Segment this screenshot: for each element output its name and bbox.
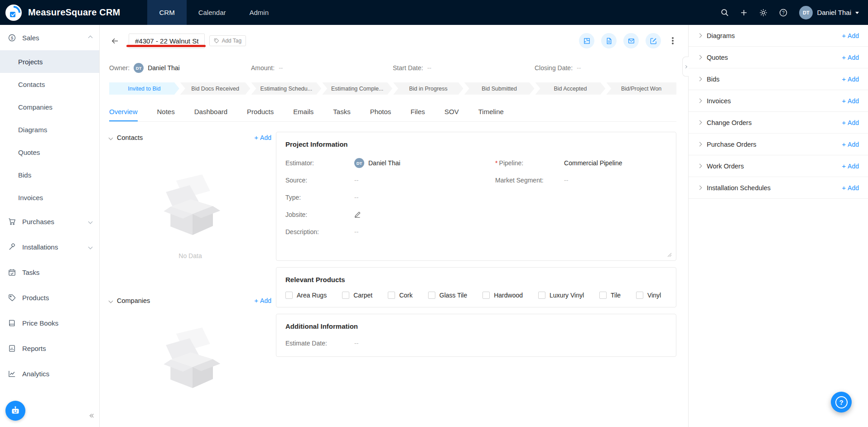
sidebar-item-quotes[interactable]: Quotes (0, 141, 99, 163)
collapse-panel-handle[interactable] (682, 57, 689, 77)
amount-value[interactable]: -- (279, 64, 283, 72)
checkbox-carpet[interactable]: Carpet (342, 292, 372, 299)
sidebar-item-installations[interactable]: Installations (0, 234, 99, 259)
chevron-right-icon[interactable] (698, 99, 702, 103)
sidebar-item-bids[interactable]: Bids (0, 163, 99, 186)
checkbox-tile[interactable]: Tile (599, 292, 621, 299)
source-value[interactable]: -- (354, 177, 358, 184)
tab-files[interactable]: Files (410, 103, 425, 121)
tab-tasks[interactable]: Tasks (333, 103, 350, 121)
tab-overview[interactable]: Overview (109, 103, 138, 121)
checkbox-cork[interactable]: Cork (388, 292, 413, 299)
closing-date-value[interactable]: -- (577, 64, 581, 72)
nav-item-crm[interactable]: CRM (147, 0, 186, 25)
sidebar-item-sales[interactable]: $ Sales (0, 25, 99, 50)
sidebar-item-companies[interactable]: Companies (0, 96, 99, 118)
email-button[interactable] (623, 33, 639, 48)
chevron-right-icon[interactable] (698, 55, 702, 60)
estimator-value[interactable]: Daniel Thai (368, 159, 400, 167)
checkbox-hardwood[interactable]: Hardwood (482, 292, 523, 299)
add-diagram-button[interactable]: Add (842, 32, 859, 39)
add-installation-schedule-button[interactable]: Add (842, 184, 859, 192)
help-icon[interactable]: ? (779, 9, 787, 17)
sidebar-item-products[interactable]: Products (0, 285, 99, 310)
gear-icon[interactable] (759, 9, 767, 17)
start-date-value[interactable]: -- (427, 64, 431, 72)
add-contact-button[interactable]: Add (254, 134, 271, 141)
market-segment-value[interactable]: -- (564, 177, 568, 184)
floorplan-button[interactable] (579, 33, 594, 48)
help-fab-button[interactable] (831, 392, 852, 413)
related-section-purchase-orders[interactable]: Purchase Orders Add (689, 134, 868, 155)
chevron-right-icon[interactable] (698, 164, 702, 168)
add-tag-button[interactable]: Add Tag (209, 35, 246, 46)
checkbox-area-rugs[interactable]: Area Rugs (285, 292, 327, 299)
checkbox[interactable] (599, 292, 607, 299)
checkbox[interactable] (285, 292, 293, 299)
pipeline-stage-bid-accepted[interactable]: Bid Accepted (535, 82, 606, 95)
tab-notes[interactable]: Notes (157, 103, 175, 121)
collapse-sidebar-button[interactable] (90, 414, 95, 417)
sidebar-item-purchases[interactable]: Purchases (0, 209, 99, 234)
user-menu[interactable]: DT Daniel Thai (799, 6, 859, 19)
sidebar-item-tasks[interactable]: Tasks (0, 259, 99, 285)
add-company-button[interactable]: Add (254, 297, 271, 304)
pipeline-stage-invited-to-bid[interactable]: Invited to Bid (109, 82, 179, 95)
sidebar-item-diagrams[interactable]: Diagrams (0, 118, 99, 141)
type-value[interactable]: -- (354, 194, 358, 201)
tab-dashboard[interactable]: Dashboard (194, 103, 227, 121)
add-purchase-order-button[interactable]: Add (842, 141, 859, 148)
search-icon[interactable] (721, 9, 728, 16)
checkbox-luxury-vinyl[interactable]: Luxury Vinyl (538, 292, 584, 299)
tab-sov[interactable]: SOV (444, 103, 459, 121)
tab-photos[interactable]: Photos (370, 103, 391, 121)
checkbox[interactable] (428, 292, 435, 299)
quick-add-icon[interactable] (740, 9, 747, 16)
sidebar-item-reports[interactable]: Reports (0, 336, 99, 361)
tab-products[interactable]: Products (247, 103, 274, 121)
nav-item-calendar[interactable]: Calendar (187, 0, 238, 25)
sidebar-item-price-books[interactable]: Price Books (0, 310, 99, 336)
related-section-invoices[interactable]: Invoices Add (689, 90, 868, 112)
pipeline-stage-bid-project-won[interactable]: Bid/Project Won (606, 82, 676, 95)
chevron-down-icon[interactable] (109, 135, 113, 140)
checkbox[interactable] (636, 292, 643, 299)
add-quote-button[interactable]: Add (842, 54, 859, 61)
nav-item-admin[interactable]: Admin (238, 0, 281, 25)
related-section-bids[interactable]: Bids Add (689, 68, 868, 90)
chevron-right-icon[interactable] (698, 120, 702, 125)
add-change-order-button[interactable]: Add (842, 119, 859, 126)
chevron-right-icon[interactable] (698, 142, 702, 147)
community-button[interactable] (5, 401, 25, 421)
checkbox[interactable] (388, 292, 395, 299)
pipeline-stage-bid-submitted[interactable]: Bid Submitted (464, 82, 535, 95)
tab-timeline[interactable]: Timeline (478, 103, 504, 121)
pipeline-stage-estimating-scheduled[interactable]: Estimating Schedu... (251, 82, 322, 95)
add-bid-button[interactable]: Add (842, 76, 859, 83)
chevron-right-icon[interactable] (698, 77, 702, 82)
related-section-change-orders[interactable]: Change Orders Add (689, 112, 868, 134)
pipeline-stage-estimating-completed[interactable]: Estimating Comple... (322, 82, 392, 95)
resize-handle[interactable] (667, 253, 672, 257)
related-section-work-orders[interactable]: Work Orders Add (689, 155, 868, 177)
chevron-right-icon[interactable] (698, 186, 702, 190)
jobsite-edit-button[interactable] (354, 211, 361, 218)
add-invoice-button[interactable]: Add (842, 97, 859, 105)
sidebar-item-invoices[interactable]: Invoices (0, 186, 99, 209)
add-work-order-button[interactable]: Add (842, 163, 859, 170)
pipeline-stage-bid-in-progress[interactable]: Bid in Progress (393, 82, 463, 95)
back-button[interactable] (109, 35, 121, 47)
chevron-down-icon[interactable] (109, 298, 113, 303)
document-button[interactable] (601, 33, 617, 48)
related-section-diagrams[interactable]: Diagrams Add (689, 25, 868, 47)
related-section-quotes[interactable]: Quotes Add (689, 47, 868, 68)
checkbox[interactable] (482, 292, 490, 299)
checkbox[interactable] (342, 292, 349, 299)
pipeline-stage-bid-docs-received[interactable]: Bid Docs Received (180, 82, 251, 95)
related-section-installation-schedules[interactable]: Installation Schedules Add (689, 177, 868, 199)
chevron-right-icon[interactable] (698, 34, 702, 38)
edit-button[interactable] (646, 33, 661, 48)
tab-emails[interactable]: Emails (293, 103, 313, 121)
owner-value[interactable]: Daniel Thai (148, 64, 180, 72)
sidebar-item-contacts[interactable]: Contacts (0, 73, 99, 96)
